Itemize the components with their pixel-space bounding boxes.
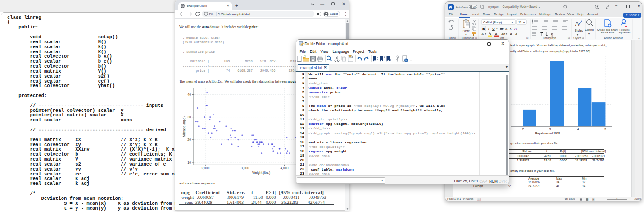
svg-text:ab: ab — [500, 27, 503, 31]
svg-text:A: A — [481, 32, 484, 36]
svg-text:x₂: x₂ — [505, 27, 508, 30]
svg-text:▾: ▾ — [496, 27, 498, 30]
svg-text:Editing: Editing — [585, 28, 594, 31]
svg-text:U: U — [492, 27, 495, 31]
svg-text:I: I — [488, 27, 490, 31]
svg-text:A: A — [575, 20, 579, 27]
svg-text:x²: x² — [510, 27, 513, 30]
svg-text:Repair record 1978: Repair record 1978 — [535, 132, 560, 135]
svg-text:▾: ▾ — [523, 21, 525, 23]
svg-text:A҄: A҄ — [514, 27, 517, 31]
svg-text:40: 40 — [187, 92, 191, 97]
svg-text:Calibri (Body): Calibri (Body) — [483, 20, 502, 24]
svg-text:A: A — [495, 32, 498, 36]
svg-text:4,000: 4,000 — [281, 166, 289, 170]
svg-text:▾: ▾ — [588, 32, 590, 35]
svg-text:Aˇ: Aˇ — [515, 32, 519, 35]
svg-text:4: 4 — [577, 128, 579, 131]
svg-text:10: 10 — [187, 161, 191, 165]
svg-text:5: 5 — [604, 128, 606, 131]
svg-text:30: 30 — [187, 115, 191, 119]
svg-text:Weight (lbs.): Weight (lbs.) — [252, 171, 270, 175]
svg-text:20: 20 — [187, 138, 191, 142]
svg-text:▾: ▾ — [465, 33, 467, 36]
svg-text:2: 2 — [522, 128, 524, 131]
svg-text:B: B — [482, 27, 485, 31]
svg-text:▾: ▾ — [485, 32, 486, 35]
svg-text:Styles: Styles — [575, 29, 583, 32]
svg-text:▾: ▾ — [512, 21, 513, 23]
svg-text:▾: ▾ — [506, 32, 507, 35]
svg-text:11: 11 — [518, 20, 522, 23]
svg-text:Mileage (mpg): Mileage (mpg) — [182, 116, 186, 137]
svg-text:Aa: Aa — [501, 32, 506, 36]
svg-text:3,000: 3,000 — [241, 166, 249, 170]
svg-text:▾: ▾ — [577, 33, 578, 36]
svg-text:✎: ✎ — [489, 32, 492, 36]
svg-text:2,000: 2,000 — [201, 166, 209, 170]
svg-text:Aˆ: Aˆ — [510, 32, 513, 36]
svg-text:Paste: Paste — [463, 29, 470, 32]
svg-text:3: 3 — [549, 128, 551, 131]
